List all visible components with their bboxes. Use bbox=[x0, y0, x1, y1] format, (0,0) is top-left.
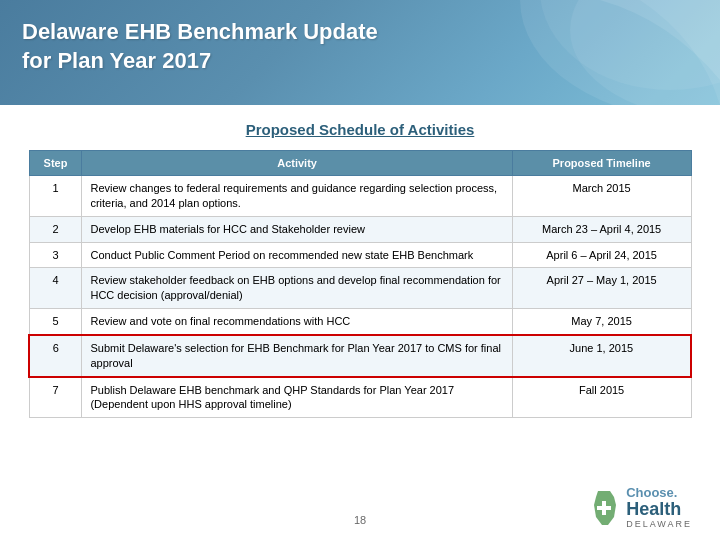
cell-activity: Submit Delaware's selection for EHB Benc… bbox=[82, 335, 512, 377]
page-number: 18 bbox=[354, 514, 366, 526]
title-line2: for Plan Year 2017 bbox=[22, 48, 211, 73]
cell-step: 6 bbox=[29, 335, 82, 377]
table-row: 7Publish Delaware EHB benchmark and QHP … bbox=[29, 377, 691, 418]
col-header-step: Step bbox=[29, 151, 82, 176]
logo-area: Choose. Health DELAWARE bbox=[588, 486, 692, 530]
cell-timeline: Fall 2015 bbox=[512, 377, 691, 418]
cell-step: 1 bbox=[29, 176, 82, 217]
cell-timeline: April 27 – May 1, 2015 bbox=[512, 268, 691, 309]
cell-step: 3 bbox=[29, 242, 82, 268]
cell-timeline: April 6 – April 24, 2015 bbox=[512, 242, 691, 268]
table-header-row: Step Activity Proposed Timeline bbox=[29, 151, 691, 176]
col-header-timeline: Proposed Timeline bbox=[512, 151, 691, 176]
cell-activity: Publish Delaware EHB benchmark and QHP S… bbox=[82, 377, 512, 418]
logo-health: Health bbox=[626, 500, 692, 520]
table-row: 3Conduct Public Comment Period on recomm… bbox=[29, 242, 691, 268]
page-title: Delaware EHB Benchmark Update for Plan Y… bbox=[22, 18, 378, 75]
table-row: 4Review stakeholder feedback on EHB opti… bbox=[29, 268, 691, 309]
table-row: 6Submit Delaware's selection for EHB Ben… bbox=[29, 335, 691, 377]
col-header-activity: Activity bbox=[82, 151, 512, 176]
cell-activity: Conduct Public Comment Period on recomme… bbox=[82, 242, 512, 268]
cell-step: 7 bbox=[29, 377, 82, 418]
cell-timeline: May 7, 2015 bbox=[512, 309, 691, 335]
cell-timeline: June 1, 2015 bbox=[512, 335, 691, 377]
cell-activity: Review stakeholder feedback on EHB optio… bbox=[82, 268, 512, 309]
cell-step: 4 bbox=[29, 268, 82, 309]
cell-activity: Develop EHB materials for HCC and Stakeh… bbox=[82, 216, 512, 242]
table-row: 1Review changes to federal requirements … bbox=[29, 176, 691, 217]
choose-health-icon bbox=[588, 489, 620, 527]
cell-activity: Review and vote on final recommendations… bbox=[82, 309, 512, 335]
table-row: 2Develop EHB materials for HCC and Stake… bbox=[29, 216, 691, 242]
header-decoration bbox=[420, 0, 720, 105]
activities-table: Step Activity Proposed Timeline 1Review … bbox=[28, 150, 692, 418]
logo-delaware: DELAWARE bbox=[626, 520, 692, 530]
section-title: Proposed Schedule of Activities bbox=[28, 121, 692, 138]
cell-timeline: March 2015 bbox=[512, 176, 691, 217]
cell-step: 2 bbox=[29, 216, 82, 242]
cell-activity: Review changes to federal requirements a… bbox=[82, 176, 512, 217]
logo-text: Choose. Health DELAWARE bbox=[626, 486, 692, 530]
cell-step: 5 bbox=[29, 309, 82, 335]
main-content: Proposed Schedule of Activities Step Act… bbox=[0, 105, 720, 540]
cell-timeline: March 23 – April 4, 2015 bbox=[512, 216, 691, 242]
table-row: 5Review and vote on final recommendation… bbox=[29, 309, 691, 335]
title-line1: Delaware EHB Benchmark Update bbox=[22, 19, 378, 44]
logo-choose: Choose. bbox=[626, 486, 692, 500]
